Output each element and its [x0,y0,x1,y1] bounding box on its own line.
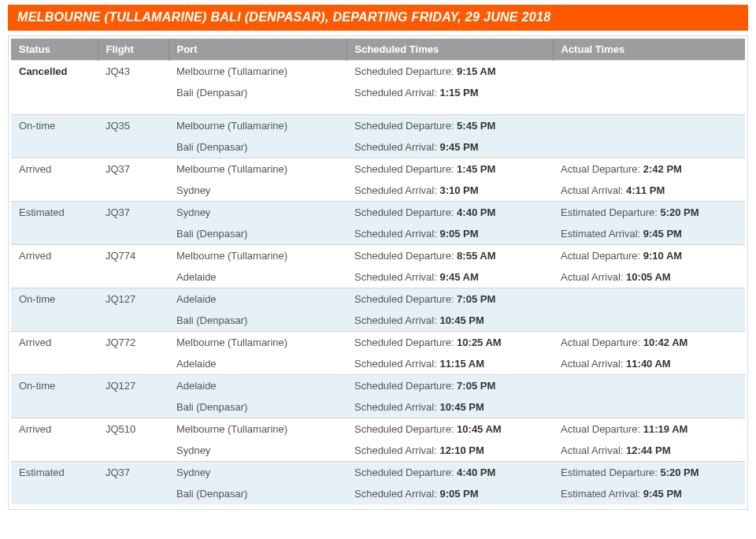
status-text: Arrived [19,250,51,262]
departure-port: Sydney [176,467,210,478]
estimated-arr-label: Estimated Arrival: [561,228,643,240]
flight-number: JQ510 [106,423,135,435]
flight-number: JQ127 [106,293,135,305]
status-text: On-time [19,380,55,392]
col-port: Port [169,39,346,61]
col-flight: Flight [98,39,169,61]
scheduled-dep-time: 8:55 AM [457,250,495,262]
flight-row-departure: ArrivedJQ772Melbourne (Tullamarine)Sched… [11,332,745,354]
arrival-port: Adelaide [176,271,217,283]
arrival-port: Adelaide [176,358,217,370]
estimated-dep-time: 5:20 PM [660,206,699,218]
flight-row-departure: On-timeJQ35Melbourne (Tullamarine)Schedu… [11,115,745,137]
actual-arr-time: 12:44 PM [626,444,670,456]
scheduled-dep-label: Scheduled Departure: [354,206,457,218]
col-status: Status [11,39,98,61]
flight-row-arrival: Bali (Denpasar)Scheduled Arrival: 9:45 P… [11,136,745,158]
flight-row-arrival: SydneyScheduled Arrival: 12:10 PMActual … [11,440,745,462]
actual-dep-time: 9:10 AM [643,250,682,262]
actual-arr-label: Actual Arrival: [561,444,626,456]
flight-row-arrival: Bali (Denpasar)Scheduled Arrival: 10:45 … [11,396,745,418]
arrival-port: Sydney [176,444,210,456]
scheduled-dep-time: 5:45 PM [457,120,495,132]
arrival-port: Bali (Denpasar) [176,87,247,99]
actual-arr-time: 11:40 AM [626,358,671,370]
scheduled-dep-time: 10:25 AM [457,336,502,348]
actual-arr-label: Actual Arrival: [561,271,626,283]
scheduled-dep-label: Scheduled Departure: [354,65,457,77]
actual-dep-label: Actual Departure: [561,423,643,435]
actual-arr-label: Actual Arrival: [561,184,626,196]
scheduled-arr-time: 11:15 AM [439,358,484,370]
flight-number: JQ774 [106,250,135,262]
flight-row-departure: On-timeJQ127AdelaideScheduled Departure:… [11,288,745,310]
arrival-port: Sydney [176,184,210,196]
departure-port: Adelaide [176,380,217,392]
flight-row-arrival: AdelaideScheduled Arrival: 11:15 AMActua… [11,353,745,375]
scheduled-dep-label: Scheduled Departure: [354,250,457,262]
scheduled-dep-time: 1:45 PM [457,163,495,175]
flight-number: JQ43 [106,65,130,77]
status-text: Arrived [19,163,51,175]
flight-number: JQ772 [106,336,135,348]
flight-row-arrival: AdelaideScheduled Arrival: 9:45 AMActual… [11,266,745,288]
flight-number: JQ127 [106,380,135,392]
scheduled-dep-label: Scheduled Departure: [354,423,457,435]
flight-number: JQ35 [106,120,130,132]
flight-number: JQ37 [106,206,130,218]
estimated-dep-label: Estimated Departure: [561,206,660,218]
scheduled-dep-time: 4:40 PM [457,206,495,218]
departure-port: Sydney [176,206,210,218]
flight-row-departure: On-timeJQ127AdelaideScheduled Departure:… [11,375,745,397]
estimated-arr-time: 9:45 PM [643,228,682,240]
scheduled-arr-label: Scheduled Arrival: [354,141,439,153]
scheduled-arr-label: Scheduled Arrival: [354,184,439,196]
actual-dep-label: Actual Departure: [561,336,643,348]
arrival-port: Bali (Denpasar) [176,401,247,413]
flight-number: JQ37 [106,163,130,175]
col-actual: Actual Times [553,39,745,61]
estimated-arr-time: 9:45 PM [643,488,682,500]
flight-row-departure: ArrivedJQ774Melbourne (Tullamarine)Sched… [11,245,745,267]
actual-dep-label: Actual Departure: [561,250,643,262]
scheduled-arr-time: 10:45 PM [439,401,484,413]
status-text: Arrived [19,336,51,348]
departure-port: Melbourne (Tullamarine) [176,423,287,435]
actual-dep-time: 2:42 PM [643,163,682,175]
flight-row-arrival: Bali (Denpasar)Scheduled Arrival: 1:15 P… [11,82,745,103]
status-text: Cancelled [19,65,67,77]
scheduled-dep-time: 10:45 AM [457,423,502,435]
departure-port: Melbourne (Tullamarine) [176,120,287,132]
actual-arr-time: 10:05 AM [626,271,671,283]
actual-arr-label: Actual Arrival: [561,358,626,370]
arrival-port: Bali (Denpasar) [176,141,247,153]
scheduled-dep-label: Scheduled Departure: [354,336,457,348]
scheduled-dep-time: 9:15 AM [457,65,495,77]
scheduled-arr-time: 3:10 PM [439,184,478,196]
flight-row-departure: EstimatedJQ37SydneyScheduled Departure: … [11,202,745,224]
estimated-dep-label: Estimated Departure: [561,467,660,478]
flight-row-arrival: SydneyScheduled Arrival: 3:10 PMActual A… [11,180,745,202]
scheduled-arr-time: 9:45 PM [439,141,478,153]
flight-board-page: MELBOURNE (TULLAMARINE) BALI (DENPASAR),… [0,0,756,515]
flight-table: Status Flight Port Scheduled Times Actua… [11,39,745,504]
status-text: Arrived [19,423,51,435]
flight-board: Status Flight Port Scheduled Times Actua… [8,35,748,510]
departure-port: Melbourne (Tullamarine) [176,163,287,175]
scheduled-arr-label: Scheduled Arrival: [354,228,439,240]
flight-row-arrival: Bali (Denpasar)Scheduled Arrival: 10:45 … [11,310,745,332]
scheduled-arr-label: Scheduled Arrival: [354,358,439,370]
arrival-port: Bali (Denpasar) [176,228,247,240]
status-text: On-time [19,293,55,305]
flight-row-departure: EstimatedJQ37SydneyScheduled Departure: … [11,462,745,484]
scheduled-arr-label: Scheduled Arrival: [354,271,439,283]
scheduled-arr-label: Scheduled Arrival: [354,488,439,500]
scheduled-arr-label: Scheduled Arrival: [354,401,439,413]
departure-port: Melbourne (Tullamarine) [176,250,287,262]
departure-port: Melbourne (Tullamarine) [176,65,287,77]
actual-dep-time: 10:42 AM [643,336,688,348]
scheduled-dep-label: Scheduled Departure: [354,380,457,392]
flight-row-arrival: Bali (Denpasar)Scheduled Arrival: 9:05 P… [11,483,745,504]
actual-dep-time: 11:19 AM [643,423,688,435]
scheduled-dep-label: Scheduled Departure: [354,293,457,305]
